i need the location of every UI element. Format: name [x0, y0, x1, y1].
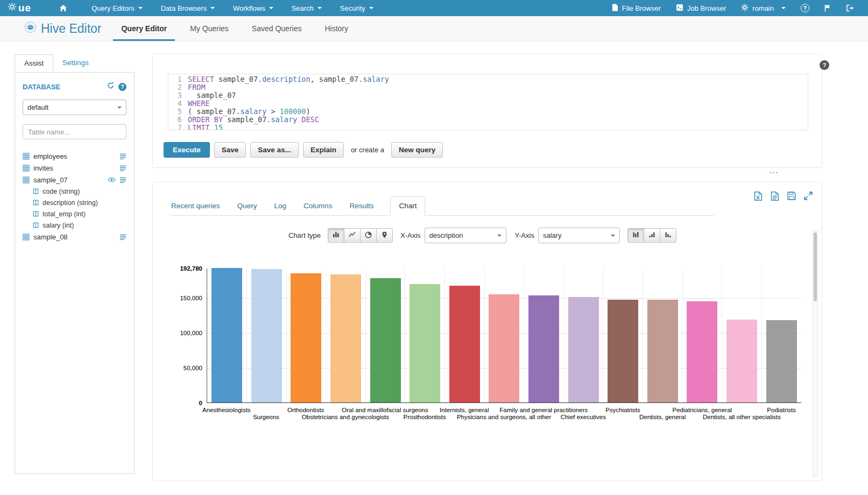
chart-bar[interactable]	[766, 320, 797, 402]
execute-button[interactable]: Execute	[164, 142, 210, 158]
menu-security[interactable]: Security	[331, 0, 383, 16]
chart-bar[interactable]	[330, 274, 361, 402]
chart-bar[interactable]	[410, 284, 440, 402]
tab-query-editor[interactable]: Query Editor	[113, 16, 175, 41]
tab-assist[interactable]: Assist	[15, 54, 53, 72]
chart-bar[interactable]	[687, 301, 717, 402]
or-create-a-text: or create a	[351, 146, 384, 154]
menu-query-editors[interactable]: Query Editors	[82, 0, 151, 16]
help-icon-editor[interactable]: ?	[820, 60, 829, 70]
sort-desc-button[interactable]	[660, 228, 676, 243]
column-icon	[33, 188, 39, 194]
database-label: DATABASE	[23, 83, 60, 91]
chart-type-pie-button[interactable]	[360, 228, 377, 243]
scrollbar-thumb[interactable]	[814, 232, 817, 301]
tab-columns[interactable]: Columns	[303, 197, 333, 215]
line-numbers: 1234567	[168, 75, 188, 130]
tab-saved-queries[interactable]: Saved Queries	[244, 16, 310, 41]
bar-slot	[722, 268, 762, 402]
tab-results[interactable]: Results	[349, 197, 374, 215]
table-name: sample_08	[33, 233, 68, 241]
file-browser-link[interactable]: File Browser	[604, 0, 668, 16]
chart-bar[interactable]	[647, 300, 678, 402]
sql-code[interactable]: SELECT sample_07.description, sample_07.…	[188, 75, 808, 130]
tab-log[interactable]: Log	[274, 197, 287, 215]
pie-chart-icon	[365, 231, 372, 240]
save-button[interactable]: Save	[214, 142, 246, 158]
refresh-icon[interactable]	[107, 82, 115, 91]
sort-asc-button[interactable]	[644, 228, 660, 243]
flag-icon[interactable]	[817, 0, 838, 16]
explain-button[interactable]: Explain	[303, 142, 344, 158]
chart-bar[interactable]	[528, 295, 559, 402]
chart-bar[interactable]	[291, 273, 321, 402]
table-row[interactable]: sample_08	[23, 231, 126, 243]
table-menu-icon[interactable]	[119, 153, 126, 159]
y-axis-select[interactable]: salary	[538, 228, 620, 243]
chart-bars	[207, 268, 801, 402]
chart-type-bars-button[interactable]	[328, 228, 344, 243]
x-tick-label: Orthodontists	[287, 407, 324, 413]
chart-type-map-button[interactable]	[376, 228, 393, 243]
chart-bar[interactable]	[726, 320, 757, 402]
table-menu-icon[interactable]	[119, 234, 126, 240]
chart-bar[interactable]	[608, 300, 638, 402]
menu-label: Data Browsers	[161, 4, 207, 12]
download-csv-icon[interactable]	[771, 192, 779, 201]
table-filter-input[interactable]	[23, 124, 126, 139]
sql-editor[interactable]: 1234567 SELECT sample_07.description, sa…	[168, 74, 808, 130]
eye-icon[interactable]	[108, 177, 116, 182]
x-axis-select[interactable]: description	[425, 228, 506, 243]
chart-bar[interactable]	[449, 286, 480, 402]
resize-handle[interactable]: ...	[770, 166, 779, 175]
y-tick-label: 100,000	[180, 330, 202, 336]
help-icon[interactable]: ?	[793, 0, 817, 16]
user-menu[interactable]: romain	[733, 0, 793, 16]
app-title[interactable]: Hive Editor	[24, 16, 101, 41]
save-as-button[interactable]: Save as...	[250, 142, 299, 158]
chart-bar[interactable]	[251, 269, 282, 402]
menu-data-browsers[interactable]: Data Browsers	[152, 0, 224, 16]
home-icon[interactable]	[55, 0, 72, 16]
table-row[interactable]: employees	[23, 150, 126, 162]
table-menu-icon[interactable]	[119, 165, 126, 171]
table-row[interactable]: invites	[23, 162, 126, 174]
chevron-down-icon	[117, 107, 122, 109]
job-browser-link[interactable]: Job Browser	[668, 0, 733, 16]
chart-bar[interactable]	[211, 268, 242, 402]
column-row[interactable]: code (string)	[23, 186, 126, 197]
tab-history[interactable]: History	[316, 16, 356, 41]
menu-workflows[interactable]: Workflows	[224, 0, 283, 16]
help-icon-database[interactable]: ?	[118, 83, 126, 91]
tab-settings[interactable]: Settings	[62, 59, 89, 67]
x-tick-label: Prosthodontists	[404, 414, 446, 420]
download-xls-icon[interactable]	[754, 192, 763, 201]
table-row[interactable]: sample_07	[23, 174, 126, 186]
hue-logo-text: ue	[18, 2, 31, 14]
database-select[interactable]: default	[23, 100, 126, 115]
save-results-icon[interactable]	[787, 192, 796, 201]
chart-type-line-button[interactable]	[344, 228, 361, 243]
results-scrollbar[interactable]	[813, 231, 818, 477]
query-editor-panel: 1234567 SELECT sample_07.description, sa…	[152, 54, 822, 168]
chart-bar[interactable]	[489, 294, 519, 402]
table-icon	[23, 176, 30, 183]
expand-results-icon[interactable]	[804, 192, 813, 201]
logout-icon[interactable]	[838, 0, 862, 16]
chevron-down-icon	[210, 7, 215, 9]
new-query-button[interactable]: New query	[391, 142, 443, 158]
column-row[interactable]: salary (int)	[23, 220, 126, 231]
chart-bar[interactable]	[568, 297, 599, 402]
menu-search[interactable]: Search	[283, 0, 331, 16]
tab-my-queries[interactable]: My Queries	[182, 16, 237, 41]
hue-logo[interactable]: ue	[8, 2, 31, 14]
table-menu-icon[interactable]	[119, 177, 126, 183]
column-row[interactable]: description (string)	[23, 197, 126, 208]
sort-none-button[interactable]	[627, 228, 644, 243]
tab-recent-queries[interactable]: Recent queries	[171, 197, 221, 215]
column-row[interactable]: total_emp (int)	[23, 208, 126, 220]
chart-bar[interactable]	[370, 278, 401, 402]
bar-slot	[563, 268, 603, 402]
tab-chart[interactable]: Chart	[390, 196, 425, 216]
tab-query[interactable]: Query	[237, 197, 258, 215]
